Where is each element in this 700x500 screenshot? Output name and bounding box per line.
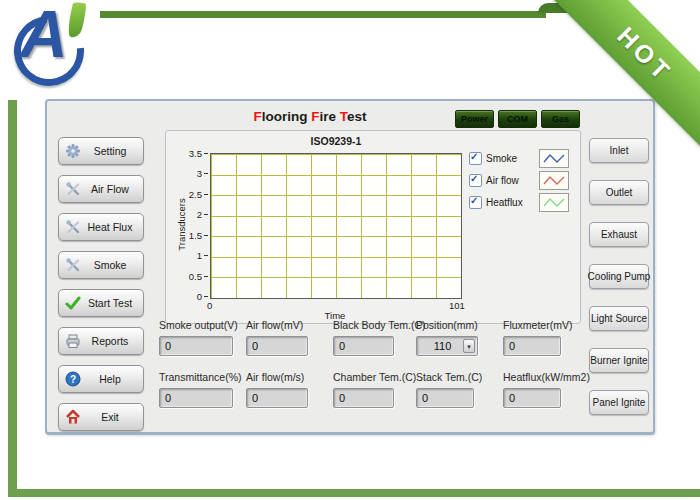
company-logo: A bbox=[6, 0, 98, 92]
heat-flux-button[interactable]: Heat Flux bbox=[58, 213, 144, 241]
air-flow-mv-display: 0 bbox=[246, 336, 308, 356]
help-icon: ? bbox=[65, 371, 81, 387]
transmittance-label: Transmittance(%) bbox=[159, 371, 241, 383]
heatflux-display: 0 bbox=[503, 388, 561, 408]
chamber-tem-label: Chamber Tem.(C) bbox=[333, 371, 416, 383]
svg-text:?: ? bbox=[70, 374, 76, 385]
air-flow-legend-label: Air flow bbox=[486, 175, 519, 186]
tools-icon bbox=[65, 219, 81, 235]
top-green-bar bbox=[100, 11, 546, 18]
position-label: Position(mm) bbox=[416, 319, 478, 331]
fluxmeter-label: Fluxmeter(mV) bbox=[503, 319, 572, 331]
ribbon-label: HOT bbox=[528, 0, 700, 171]
chamber-tem-display: 0 bbox=[333, 388, 394, 408]
heatflux-checkbox[interactable] bbox=[469, 196, 482, 209]
start-test-button[interactable]: Start Test bbox=[58, 289, 144, 317]
gear-icon bbox=[65, 143, 81, 159]
smoke-button[interactable]: Smoke bbox=[58, 251, 144, 279]
start-test-label: Start Test bbox=[81, 297, 143, 309]
cooling-pump-button[interactable]: Cooling Pump bbox=[589, 264, 649, 289]
smoke-checkbox[interactable] bbox=[469, 152, 482, 165]
stack-tem-display: 0 bbox=[416, 388, 474, 408]
right-controls: Inlet Outlet Exhaust Cooling Pump Light … bbox=[589, 138, 649, 415]
chart-title: ISO9239-1 bbox=[166, 135, 506, 147]
heat-flux-label: Heat Flux bbox=[81, 221, 143, 233]
position-spinner-button[interactable] bbox=[463, 339, 475, 353]
position-value: 110 bbox=[434, 340, 452, 352]
transmittance-display: 0 bbox=[159, 388, 233, 408]
burner-ignite-button[interactable]: Burner Ignite bbox=[589, 348, 649, 373]
chart-plot-area bbox=[210, 153, 462, 299]
y-axis-ticks: 3.5 3 2.5 2 1.5 1 0.5 0 bbox=[174, 147, 208, 303]
air-flow-ms-display: 0 bbox=[246, 388, 308, 408]
left-green-bar bbox=[8, 100, 17, 490]
air-flow-label: Air Flow bbox=[81, 183, 143, 195]
black-body-tem-display: 0 bbox=[333, 336, 394, 356]
stack-tem-label: Stack Tem.(C) bbox=[416, 371, 482, 383]
light-source-button[interactable]: Light Source bbox=[589, 306, 649, 331]
setting-label: Setting bbox=[81, 145, 143, 157]
exit-label: Exit bbox=[81, 411, 143, 423]
help-label: Help bbox=[81, 373, 143, 385]
smoke-label: Smoke bbox=[81, 259, 143, 271]
chart-group: ISO9239-1 Transducers 3.5 3 2.5 2 1.5 1 … bbox=[165, 130, 581, 324]
tools-icon bbox=[65, 181, 81, 197]
heatflux-line-sample bbox=[539, 193, 569, 212]
tools-icon bbox=[65, 257, 81, 273]
fluxmeter-display: 0 bbox=[503, 336, 561, 356]
reports-label: Reports bbox=[81, 335, 143, 347]
help-button[interactable]: ? Help bbox=[58, 365, 144, 393]
heatflux-display-label: Heatflux(kW/mm2) bbox=[503, 371, 590, 383]
reports-button[interactable]: Reports bbox=[58, 327, 144, 355]
hot-ribbon: HOT bbox=[525, 0, 700, 175]
air-flow-button[interactable]: Air Flow bbox=[58, 175, 144, 203]
air-flow-ms-label: Air flow(m/s) bbox=[246, 371, 304, 383]
black-body-tem-label: Black Body Tem.(C) bbox=[333, 319, 426, 331]
position-control[interactable]: 110 bbox=[416, 336, 478, 356]
check-icon bbox=[65, 295, 81, 311]
heatflux-legend-label: Heatflux bbox=[486, 197, 523, 208]
printer-icon bbox=[65, 333, 81, 349]
page-title: Flooring Fire Test bbox=[230, 109, 390, 124]
outlet-button[interactable]: Outlet bbox=[589, 180, 649, 205]
home-icon bbox=[65, 409, 81, 425]
air-flow-checkbox[interactable] bbox=[469, 174, 482, 187]
air-flow-mv-label: Air flow(mV) bbox=[246, 319, 303, 331]
power-led-button[interactable]: Power bbox=[455, 110, 494, 128]
left-menu: Setting Air Flow Heat Flux Smoke Start T… bbox=[58, 137, 144, 431]
exit-button[interactable]: Exit bbox=[58, 403, 144, 431]
smoke-output-display: 0 bbox=[159, 336, 233, 356]
smoke-legend-label: Smoke bbox=[486, 153, 517, 164]
smoke-output-label: Smoke output(V) bbox=[159, 319, 238, 331]
logo-leaf-icon bbox=[65, 1, 88, 40]
panel-ignite-button[interactable]: Panel Ignite bbox=[589, 390, 649, 415]
setting-button[interactable]: Setting bbox=[58, 137, 144, 165]
bottom-green-bar bbox=[8, 489, 700, 497]
exhaust-button[interactable]: Exhaust bbox=[589, 222, 649, 247]
app-window: A HOT Flooring Fire Test Power COM Gas S… bbox=[0, 0, 700, 500]
legend-item-heatflux: Heatflux bbox=[469, 191, 569, 213]
logo-letter: A bbox=[20, 0, 68, 72]
